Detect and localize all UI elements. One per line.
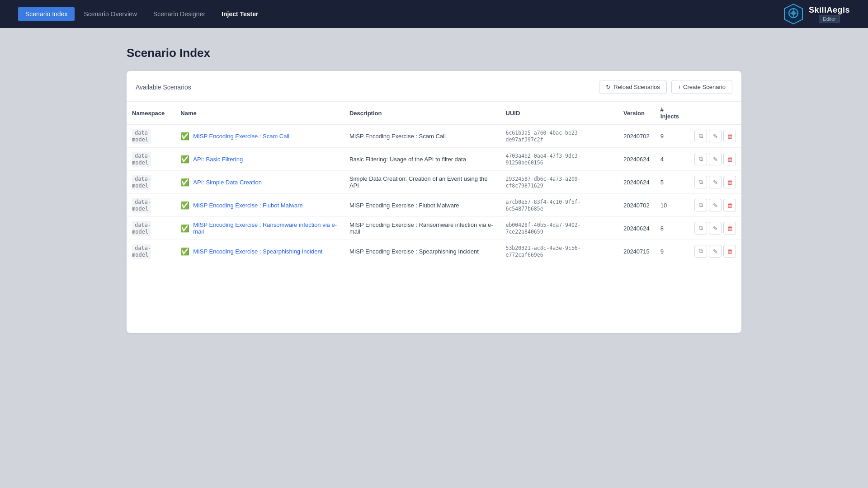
namespace-tag: data-model: [132, 175, 151, 190]
cell-uuid: 53b20321-ac8c-4a3e-9c56-e772caf669e6: [500, 240, 618, 263]
reload-scenarios-button[interactable]: ↻ Reload Scenarios: [599, 80, 667, 94]
cell-name: ✅ API: Basic Filtering: [175, 148, 344, 171]
delete-button[interactable]: 🗑: [723, 130, 736, 142]
cell-uuid: 29324587-db6c-4a73-a209-cf8c79871629: [500, 171, 618, 194]
cell-description: MISP Encoding Exercise : Flubot Malware: [344, 194, 500, 217]
cell-name: ✅ MISP Encoding Exercise : Flubot Malwar…: [175, 194, 344, 217]
card-header: Available Scenarios ↻ Reload Scenarios +…: [127, 80, 741, 102]
cell-injects: 10: [655, 194, 689, 217]
copy-button[interactable]: ⧉: [694, 199, 707, 211]
create-scenario-button[interactable]: + Create Scenario: [671, 80, 732, 94]
status-check-icon: ✅: [180, 247, 189, 256]
namespace-tag: data-model: [132, 129, 151, 144]
cell-uuid: 6c61b3a5-a760-4bac-be23-de97af397c2f: [500, 125, 618, 148]
nav-tab-scenario-designer[interactable]: Scenario Designer: [146, 7, 212, 21]
page-content: Scenario Index Available Scenarios ↻ Rel…: [0, 28, 868, 351]
cell-name: ✅ API: Simple Data Creation: [175, 171, 344, 194]
cell-namespace: data-model: [127, 240, 175, 263]
edit-button[interactable]: ✎: [709, 130, 722, 142]
cell-injects: 4: [655, 148, 689, 171]
cell-version: 20240624: [618, 217, 655, 240]
edit-button[interactable]: ✎: [709, 199, 722, 211]
delete-button[interactable]: 🗑: [723, 199, 736, 211]
card-header-title: Available Scenarios: [136, 84, 191, 91]
scenarios-table: Namespace Name Description UUID Version …: [127, 102, 741, 263]
delete-button[interactable]: 🗑: [723, 176, 736, 188]
col-namespace: Namespace: [127, 102, 175, 125]
scenario-name[interactable]: API: Basic Filtering: [193, 156, 243, 163]
nav-tab-inject-tester[interactable]: Inject Tester: [214, 7, 265, 21]
brand-badge: Editor: [819, 15, 840, 23]
cell-uuid: eb00428f-40b5-4da7-9402-7ce22a840659: [500, 217, 618, 240]
card-actions: ↻ Reload Scenarios + Create Scenario: [599, 80, 732, 94]
table-row: data-model ✅ API: Simple Data Creation S…: [127, 171, 741, 194]
copy-button[interactable]: ⧉: [694, 153, 707, 165]
copy-button[interactable]: ⧉: [694, 245, 707, 258]
edit-button[interactable]: ✎: [709, 153, 722, 165]
cell-description: MISP Encoding Exercise : Scam Call: [344, 125, 500, 148]
cell-uuid: a7cb0e57-83f4-4c10-9f5f-6c54877b685e: [500, 194, 618, 217]
cell-name: ✅ MISP Encoding Exercise : Scam Call: [175, 125, 344, 148]
cell-name: ✅ MISP Encoding Exercise : Ransomware in…: [175, 217, 344, 240]
cell-name: ✅ MISP Encoding Exercise : Spearphishing…: [175, 240, 344, 263]
cell-uuid: 4703a4b2-0ae4-47f3-9dc3-91250be60156: [500, 148, 618, 171]
edit-button[interactable]: ✎: [709, 176, 722, 188]
reload-icon: ↻: [606, 84, 611, 90]
scenario-name[interactable]: MISP Encoding Exercise : Flubot Malware: [193, 202, 303, 209]
cell-description: Simple Data Creation: Creation of an Eve…: [344, 171, 500, 194]
cell-version: 20240702: [618, 194, 655, 217]
namespace-tag: data-model: [132, 152, 151, 167]
status-check-icon: ✅: [180, 132, 189, 141]
status-check-icon: ✅: [180, 201, 189, 210]
delete-button[interactable]: 🗑: [723, 153, 736, 165]
copy-button[interactable]: ⧉: [694, 176, 707, 188]
table-header-row: Namespace Name Description UUID Version …: [127, 102, 741, 125]
table-row: data-model ✅ API: Basic Filtering Basic …: [127, 148, 741, 171]
create-label: + Create Scenario: [678, 84, 726, 90]
col-version: Version: [618, 102, 655, 125]
brand: SkillAegis Editor: [783, 3, 850, 25]
cell-injects: 9: [655, 240, 689, 263]
nav-tab-scenario-overview[interactable]: Scenario Overview: [76, 7, 144, 21]
cell-actions: ⧉ ✎ 🗑: [689, 148, 741, 171]
reload-label: Reload Scenarios: [613, 84, 660, 90]
status-check-icon: ✅: [180, 224, 189, 233]
cell-description: Basic Filtering: Usage of the API to fil…: [344, 148, 500, 171]
edit-button[interactable]: ✎: [709, 222, 722, 235]
scenario-name[interactable]: MISP Encoding Exercise : Scam Call: [193, 133, 289, 140]
namespace-tag: data-model: [132, 244, 151, 259]
cell-actions: ⧉ ✎ 🗑: [689, 240, 741, 263]
cell-namespace: data-model: [127, 171, 175, 194]
cell-namespace: data-model: [127, 194, 175, 217]
delete-button[interactable]: 🗑: [723, 222, 736, 235]
status-check-icon: ✅: [180, 155, 189, 164]
col-description: Description: [344, 102, 500, 125]
col-injects: # Injects: [655, 102, 689, 125]
copy-button[interactable]: ⧉: [694, 130, 707, 142]
edit-button[interactable]: ✎: [709, 245, 722, 258]
navbar: Scenario Index Scenario Overview Scenari…: [0, 0, 868, 28]
cell-actions: ⧉ ✎ 🗑: [689, 171, 741, 194]
brand-text: SkillAegis Editor: [809, 5, 850, 23]
scenario-name[interactable]: MISP Encoding Exercise : Spearphishing I…: [193, 248, 322, 255]
scenario-name[interactable]: API: Simple Data Creation: [193, 179, 262, 186]
cell-version: 20240715: [618, 240, 655, 263]
status-check-icon: ✅: [180, 178, 189, 187]
cell-version: 20240624: [618, 148, 655, 171]
cell-actions: ⧉ ✎ 🗑: [689, 194, 741, 217]
table-row: data-model ✅ MISP Encoding Exercise : Fl…: [127, 194, 741, 217]
cell-injects: 9: [655, 125, 689, 148]
cell-description: MISP Encoding Exercise : Spearphishing I…: [344, 240, 500, 263]
scenario-name[interactable]: MISP Encoding Exercise : Ransomware infe…: [193, 221, 339, 235]
cell-actions: ⧉ ✎ 🗑: [689, 125, 741, 148]
nav-tab-scenario-index[interactable]: Scenario Index: [18, 7, 75, 21]
nav-links: Scenario Index Scenario Overview Scenari…: [18, 7, 266, 21]
cell-description: MISP Encoding Exercise : Ransomware infe…: [344, 217, 500, 240]
delete-button[interactable]: 🗑: [723, 245, 736, 258]
table-row: data-model ✅ MISP Encoding Exercise : Sc…: [127, 125, 741, 148]
copy-button[interactable]: ⧉: [694, 222, 707, 235]
page-title: Scenario Index: [127, 46, 741, 60]
col-actions: [689, 102, 741, 125]
scenarios-table-container: Namespace Name Description UUID Version …: [127, 102, 741, 263]
brand-logo-icon: [783, 3, 804, 25]
